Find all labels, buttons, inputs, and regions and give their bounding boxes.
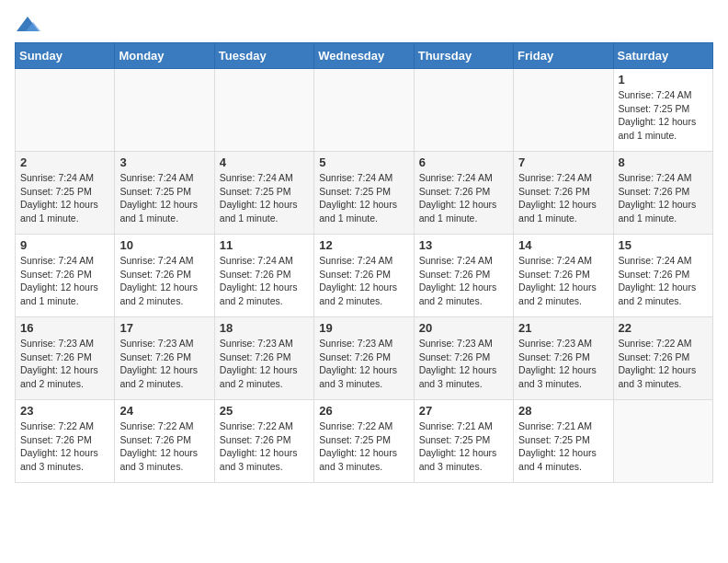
day-info: Sunrise: 7:24 AM Sunset: 7:26 PM Dayligh… <box>119 254 209 308</box>
calendar-week-4: 16Sunrise: 7:23 AM Sunset: 7:26 PM Dayli… <box>16 317 713 400</box>
day-number: 14 <box>518 238 608 252</box>
day-info: Sunrise: 7:21 AM Sunset: 7:25 PM Dayligh… <box>419 419 508 474</box>
day-info: Sunrise: 7:24 AM Sunset: 7:25 PM Dayligh… <box>20 171 109 225</box>
day-number: 1 <box>619 73 708 86</box>
calendar-cell: 7Sunrise: 7:24 AM Sunset: 7:26 PM Daylig… <box>514 152 613 235</box>
day-number: 19 <box>319 321 408 335</box>
calendar-cell <box>115 69 214 152</box>
day-number: 10 <box>119 238 209 252</box>
day-number: 2 <box>20 155 109 169</box>
calendar-cell: 3Sunrise: 7:24 AM Sunset: 7:25 PM Daylig… <box>115 152 214 235</box>
calendar-cell: 5Sunrise: 7:24 AM Sunset: 7:25 PM Daylig… <box>314 152 414 235</box>
day-number: 25 <box>220 404 309 418</box>
calendar-cell: 17Sunrise: 7:23 AM Sunset: 7:26 PM Dayli… <box>115 317 214 400</box>
day-number: 17 <box>119 321 209 335</box>
day-number: 21 <box>518 321 608 335</box>
page-header <box>15 15 713 35</box>
weekday-header-wednesday: Wednesday <box>314 43 414 69</box>
day-number: 6 <box>419 155 508 169</box>
calendar-cell <box>414 69 513 152</box>
calendar-cell: 15Sunrise: 7:24 AM Sunset: 7:26 PM Dayli… <box>613 235 712 317</box>
logo-icon <box>15 15 40 35</box>
calendar-cell <box>314 69 414 152</box>
calendar-cell: 20Sunrise: 7:23 AM Sunset: 7:26 PM Dayli… <box>414 317 513 400</box>
calendar-table: SundayMondayTuesdayWednesdayThursdayFrid… <box>15 42 713 483</box>
day-number: 28 <box>518 404 608 418</box>
weekday-header-monday: Monday <box>115 43 214 69</box>
day-info: Sunrise: 7:24 AM Sunset: 7:26 PM Dayligh… <box>619 254 708 308</box>
day-number: 5 <box>319 155 408 169</box>
calendar-cell: 12Sunrise: 7:24 AM Sunset: 7:26 PM Dayli… <box>314 235 414 317</box>
day-number: 22 <box>619 321 708 335</box>
weekday-header-thursday: Thursday <box>414 43 513 69</box>
day-number: 3 <box>119 155 209 169</box>
day-number: 27 <box>419 404 508 418</box>
day-number: 7 <box>518 155 608 169</box>
calendar-cell: 26Sunrise: 7:22 AM Sunset: 7:25 PM Dayli… <box>314 400 414 483</box>
day-info: Sunrise: 7:24 AM Sunset: 7:25 PM Dayligh… <box>119 171 209 225</box>
day-info: Sunrise: 7:23 AM Sunset: 7:26 PM Dayligh… <box>419 337 508 391</box>
day-number: 9 <box>20 238 109 252</box>
day-info: Sunrise: 7:23 AM Sunset: 7:26 PM Dayligh… <box>119 337 209 391</box>
logo <box>15 15 44 35</box>
day-info: Sunrise: 7:24 AM Sunset: 7:26 PM Dayligh… <box>20 254 109 308</box>
day-info: Sunrise: 7:24 AM Sunset: 7:25 PM Dayligh… <box>220 171 309 225</box>
calendar-cell: 19Sunrise: 7:23 AM Sunset: 7:26 PM Dayli… <box>314 317 414 400</box>
weekday-header-friday: Friday <box>514 43 613 69</box>
calendar-cell: 11Sunrise: 7:24 AM Sunset: 7:26 PM Dayli… <box>214 235 313 317</box>
day-info: Sunrise: 7:23 AM Sunset: 7:26 PM Dayligh… <box>220 337 309 391</box>
day-number: 18 <box>220 321 309 335</box>
calendar-cell: 4Sunrise: 7:24 AM Sunset: 7:25 PM Daylig… <box>214 152 313 235</box>
weekday-header-saturday: Saturday <box>613 43 712 69</box>
calendar-cell: 23Sunrise: 7:22 AM Sunset: 7:26 PM Dayli… <box>16 400 115 483</box>
calendar-cell <box>16 69 115 152</box>
calendar-cell: 21Sunrise: 7:23 AM Sunset: 7:26 PM Dayli… <box>514 317 613 400</box>
calendar-week-5: 23Sunrise: 7:22 AM Sunset: 7:26 PM Dayli… <box>16 400 713 483</box>
calendar-cell: 8Sunrise: 7:24 AM Sunset: 7:26 PM Daylig… <box>613 152 712 235</box>
day-info: Sunrise: 7:22 AM Sunset: 7:25 PM Dayligh… <box>319 419 408 474</box>
day-info: Sunrise: 7:22 AM Sunset: 7:26 PM Dayligh… <box>20 419 109 474</box>
calendar-week-3: 9Sunrise: 7:24 AM Sunset: 7:26 PM Daylig… <box>16 235 713 317</box>
day-info: Sunrise: 7:24 AM Sunset: 7:26 PM Dayligh… <box>518 171 608 225</box>
day-info: Sunrise: 7:23 AM Sunset: 7:26 PM Dayligh… <box>20 337 109 391</box>
calendar-cell: 18Sunrise: 7:23 AM Sunset: 7:26 PM Dayli… <box>214 317 313 400</box>
day-info: Sunrise: 7:24 AM Sunset: 7:25 PM Dayligh… <box>619 88 708 143</box>
day-number: 26 <box>319 404 408 418</box>
day-number: 4 <box>220 155 309 169</box>
day-info: Sunrise: 7:22 AM Sunset: 7:26 PM Dayligh… <box>119 419 209 474</box>
day-info: Sunrise: 7:23 AM Sunset: 7:26 PM Dayligh… <box>319 337 408 391</box>
calendar-cell: 1Sunrise: 7:24 AM Sunset: 7:25 PM Daylig… <box>613 69 712 152</box>
day-number: 8 <box>619 155 708 169</box>
calendar-cell <box>613 400 712 483</box>
calendar-cell: 28Sunrise: 7:21 AM Sunset: 7:25 PM Dayli… <box>514 400 613 483</box>
day-number: 24 <box>119 404 209 418</box>
calendar-week-2: 2Sunrise: 7:24 AM Sunset: 7:25 PM Daylig… <box>16 152 713 235</box>
calendar-cell: 9Sunrise: 7:24 AM Sunset: 7:26 PM Daylig… <box>16 235 115 317</box>
calendar-cell: 14Sunrise: 7:24 AM Sunset: 7:26 PM Dayli… <box>514 235 613 317</box>
calendar-cell: 16Sunrise: 7:23 AM Sunset: 7:26 PM Dayli… <box>16 317 115 400</box>
day-info: Sunrise: 7:23 AM Sunset: 7:26 PM Dayligh… <box>518 337 608 391</box>
calendar-cell: 27Sunrise: 7:21 AM Sunset: 7:25 PM Dayli… <box>414 400 513 483</box>
day-number: 11 <box>220 238 309 252</box>
calendar-cell: 24Sunrise: 7:22 AM Sunset: 7:26 PM Dayli… <box>115 400 214 483</box>
calendar-week-1: 1Sunrise: 7:24 AM Sunset: 7:25 PM Daylig… <box>16 69 713 152</box>
calendar-cell: 2Sunrise: 7:24 AM Sunset: 7:25 PM Daylig… <box>16 152 115 235</box>
day-number: 20 <box>419 321 508 335</box>
day-info: Sunrise: 7:22 AM Sunset: 7:26 PM Dayligh… <box>619 337 708 391</box>
day-number: 16 <box>20 321 109 335</box>
day-number: 12 <box>319 238 408 252</box>
day-number: 23 <box>20 404 109 418</box>
day-info: Sunrise: 7:24 AM Sunset: 7:26 PM Dayligh… <box>319 254 408 308</box>
weekday-header-tuesday: Tuesday <box>214 43 313 69</box>
day-info: Sunrise: 7:24 AM Sunset: 7:25 PM Dayligh… <box>319 171 408 225</box>
day-info: Sunrise: 7:24 AM Sunset: 7:26 PM Dayligh… <box>518 254 608 308</box>
calendar-cell <box>214 69 313 152</box>
weekday-header-sunday: Sunday <box>16 43 115 69</box>
day-info: Sunrise: 7:22 AM Sunset: 7:26 PM Dayligh… <box>220 419 309 474</box>
day-info: Sunrise: 7:24 AM Sunset: 7:26 PM Dayligh… <box>419 254 508 308</box>
day-info: Sunrise: 7:24 AM Sunset: 7:26 PM Dayligh… <box>419 171 508 225</box>
calendar-cell: 22Sunrise: 7:22 AM Sunset: 7:26 PM Dayli… <box>613 317 712 400</box>
calendar-cell: 6Sunrise: 7:24 AM Sunset: 7:26 PM Daylig… <box>414 152 513 235</box>
day-number: 15 <box>619 238 708 252</box>
calendar-cell: 25Sunrise: 7:22 AM Sunset: 7:26 PM Dayli… <box>214 400 313 483</box>
